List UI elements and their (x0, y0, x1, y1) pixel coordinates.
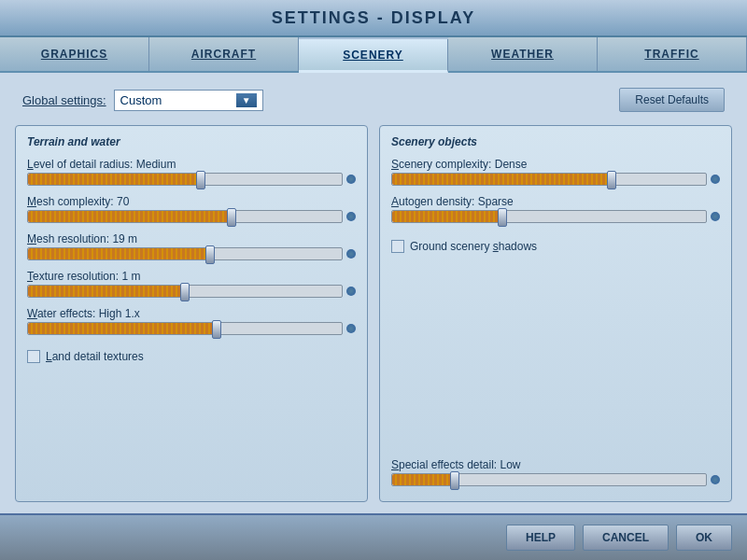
slider-thumb[interactable] (227, 208, 236, 227)
tab-scenery[interactable]: SCENERY (299, 39, 448, 73)
terrain-panel-title: Terrain and water (27, 135, 356, 148)
ground-scenery-shadows-checkbox[interactable] (391, 240, 404, 253)
content-area: Global settings: Custom ▼ Reset Defaults… (0, 73, 747, 513)
ground-scenery-shadows-label: Ground scenery shadows (410, 240, 537, 253)
autogen-density-slider-wrapper (391, 210, 720, 223)
slider-fill (28, 323, 217, 334)
scenery-complexity-slider-wrapper (391, 173, 720, 186)
scenery-panel: Scenery objects Scenery complexity: Dens… (379, 125, 732, 502)
cancel-button[interactable]: CANCEL (583, 525, 669, 551)
tab-graphics[interactable]: GRAPHICS (0, 37, 149, 71)
slider-fill (28, 211, 232, 222)
tab-aircraft[interactable]: AIRCRAFT (149, 37, 299, 71)
slider-end-dot (346, 175, 356, 184)
mesh-complexity-label: Mesh complexity: 70 (27, 195, 356, 208)
global-row: Global settings: Custom ▼ Reset Defaults (15, 84, 732, 116)
scenery-panel-title: Scenery objects (391, 135, 720, 148)
slider-thumb[interactable] (498, 208, 507, 227)
texture-resolution-row: Texture resolution: 1 m (27, 270, 356, 298)
texture-resolution-slider[interactable] (27, 285, 343, 298)
slider-thumb[interactable] (450, 471, 459, 490)
slider-end-dot (346, 249, 356, 259)
bottom-bar: HELP CANCEL OK (0, 513, 747, 560)
slider-thumb[interactable] (607, 171, 616, 189)
slider-end-dot (711, 212, 720, 221)
level-of-detail-label: Level of detail radius: Medium (27, 158, 356, 171)
mesh-resolution-row: Mesh resolution: 19 m (27, 232, 356, 260)
water-effects-slider-wrapper (27, 322, 356, 335)
special-effects-row: Special effects detail: Low (391, 458, 720, 486)
mesh-resolution-label: Mesh resolution: 19 m (27, 232, 356, 245)
texture-resolution-label: Texture resolution: 1 m (27, 270, 356, 283)
slider-thumb[interactable] (212, 320, 221, 339)
tab-traffic[interactable]: TRAFFIC (598, 37, 747, 71)
level-of-detail-slider-wrapper (27, 173, 356, 186)
slider-fill (392, 211, 502, 222)
window-title: SETTINGS - DISPLAY (272, 8, 475, 28)
dropdown-value: Custom (120, 93, 162, 107)
scenery-complexity-row: Scenery complexity: Dense (391, 158, 720, 186)
reset-defaults-button[interactable]: Reset Defaults (619, 88, 725, 112)
mesh-resolution-slider-wrapper (27, 247, 356, 260)
slider-fill (28, 174, 201, 185)
slider-fill (28, 248, 210, 259)
autogen-density-slider[interactable] (391, 210, 707, 223)
level-of-detail-slider[interactable] (27, 173, 343, 186)
terrain-panel: Terrain and water Level of detail radius… (15, 125, 368, 502)
main-container: GRAPHICS AIRCRAFT SCENERY WEATHER TRAFFI… (0, 37, 747, 560)
water-effects-row: Water effects: High 1.x (27, 307, 356, 335)
global-settings-dropdown[interactable]: Custom ▼ (114, 90, 263, 111)
tabs-row: GRAPHICS AIRCRAFT SCENERY WEATHER TRAFFI… (0, 37, 747, 73)
special-effects-label: Special effects detail: Low (391, 458, 720, 471)
special-effects-slider[interactable] (391, 473, 707, 486)
texture-resolution-slider-wrapper (27, 285, 356, 298)
scenery-complexity-label: Scenery complexity: Dense (391, 158, 720, 171)
slider-end-dot (346, 212, 356, 221)
help-button[interactable]: HELP (506, 525, 575, 551)
tab-weather[interactable]: WEATHER (448, 37, 598, 71)
level-of-detail-row: Level of detail radius: Medium (27, 158, 356, 186)
mesh-complexity-slider-wrapper (27, 210, 356, 223)
mesh-resolution-slider[interactable] (27, 247, 343, 260)
slider-thumb[interactable] (196, 171, 205, 189)
land-detail-textures-checkbox[interactable] (27, 350, 40, 363)
land-detail-textures-row: Land detail textures (27, 350, 356, 363)
panels-row: Terrain and water Level of detail radius… (15, 125, 732, 502)
slider-fill (28, 286, 185, 297)
global-left: Global settings: Custom ▼ (22, 90, 263, 111)
water-effects-label: Water effects: High 1.x (27, 307, 356, 320)
slider-end-dot (711, 475, 720, 484)
global-settings-label: Global settings: (22, 93, 106, 107)
slider-fill (392, 474, 455, 485)
scenery-complexity-slider[interactable] (391, 173, 707, 186)
ok-button[interactable]: OK (676, 525, 732, 551)
autogen-density-label: Autogen density: Sparse (391, 195, 720, 208)
mesh-complexity-row: Mesh complexity: 70 (27, 195, 356, 223)
land-detail-textures-label: Land detail textures (46, 350, 144, 363)
slider-thumb[interactable] (180, 283, 190, 301)
title-bar: SETTINGS - DISPLAY (0, 0, 747, 37)
slider-end-dot (346, 287, 356, 296)
ground-scenery-shadows-row: Ground scenery shadows (391, 240, 720, 253)
water-effects-slider[interactable] (27, 322, 343, 335)
slider-thumb[interactable] (205, 245, 215, 264)
slider-end-dot (346, 324, 356, 333)
mesh-complexity-slider[interactable] (27, 210, 343, 223)
special-effects-slider-wrapper (391, 473, 720, 486)
autogen-density-row: Autogen density: Sparse (391, 195, 720, 223)
slider-end-dot (711, 175, 720, 184)
slider-fill (392, 174, 612, 185)
dropdown-arrow-icon: ▼ (236, 93, 257, 107)
